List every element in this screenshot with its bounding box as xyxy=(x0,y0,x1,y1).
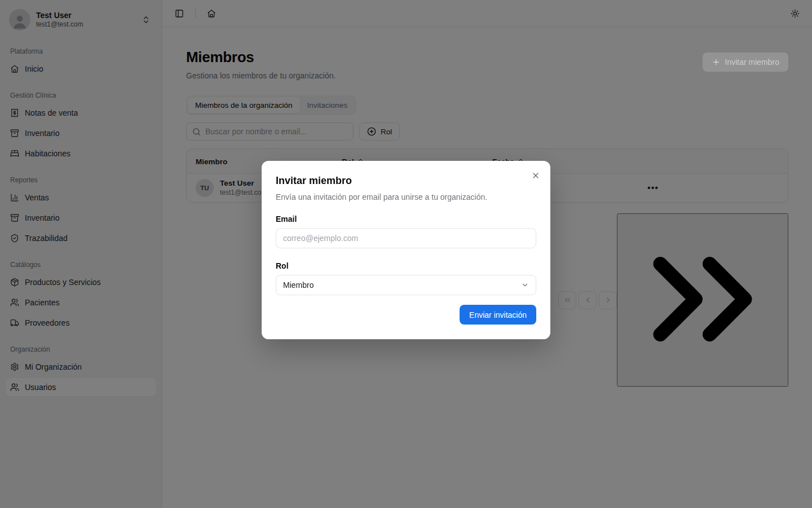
role-label: Rol xyxy=(276,261,536,270)
chevron-down-icon xyxy=(521,281,529,289)
invite-member-dialog: Invitar miembro Envía una invitación por… xyxy=(262,161,550,339)
send-invitation-button[interactable]: Enviar invitación xyxy=(460,305,536,325)
close-button[interactable] xyxy=(529,169,542,182)
email-label: Email xyxy=(276,214,536,224)
dialog-title: Invitar miembro xyxy=(276,175,536,187)
close-icon xyxy=(531,171,540,180)
dialog-description: Envía una invitación por email para unir… xyxy=(276,192,536,202)
invite-member-button[interactable]: Invitar miembro xyxy=(703,52,788,72)
role-select[interactable]: Miembro xyxy=(276,275,536,295)
plus-icon xyxy=(712,58,721,67)
email-field[interactable] xyxy=(276,228,536,248)
